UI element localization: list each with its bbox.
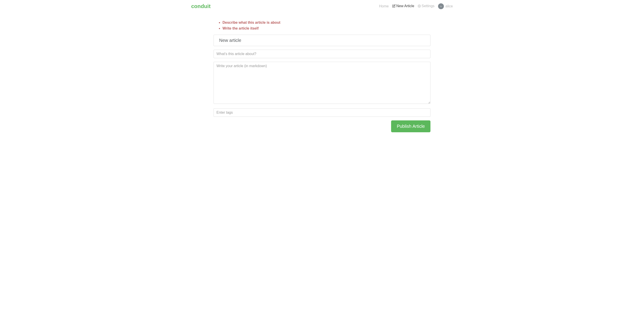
editor-page: Describe what this article is about Writ… <box>214 13 430 132</box>
error-messages: Describe what this article is about Writ… <box>214 20 430 31</box>
error-item: Describe what this article is about <box>222 20 430 26</box>
nav-list: Home New Article <box>379 3 453 9</box>
nav-settings[interactable]: Settings <box>418 4 434 8</box>
nav-new-article[interactable]: New Article <box>392 4 414 8</box>
navbar: conduit Home New Article <box>191 0 453 13</box>
nav-settings-label: Settings <box>422 4 434 8</box>
svg-point-0 <box>419 6 420 7</box>
article-body-textarea[interactable] <box>214 62 430 104</box>
article-form: Publish Article <box>214 35 430 132</box>
svg-point-1 <box>441 6 441 6</box>
gear-icon <box>418 5 421 8</box>
article-tags-input[interactable] <box>214 108 430 117</box>
nav-new-article-label: New Article <box>396 4 414 8</box>
avatar <box>438 3 444 9</box>
article-title-input[interactable] <box>214 35 430 46</box>
brand-logo[interactable]: conduit <box>191 3 211 10</box>
compose-icon <box>392 4 396 8</box>
error-item: Write the article itself <box>222 26 430 31</box>
publish-button[interactable]: Publish Article <box>391 120 430 132</box>
nav-home[interactable]: Home <box>379 4 389 8</box>
nav-username: alice <box>446 4 453 8</box>
nav-profile[interactable]: alice <box>438 3 453 9</box>
article-about-input[interactable] <box>214 50 430 58</box>
